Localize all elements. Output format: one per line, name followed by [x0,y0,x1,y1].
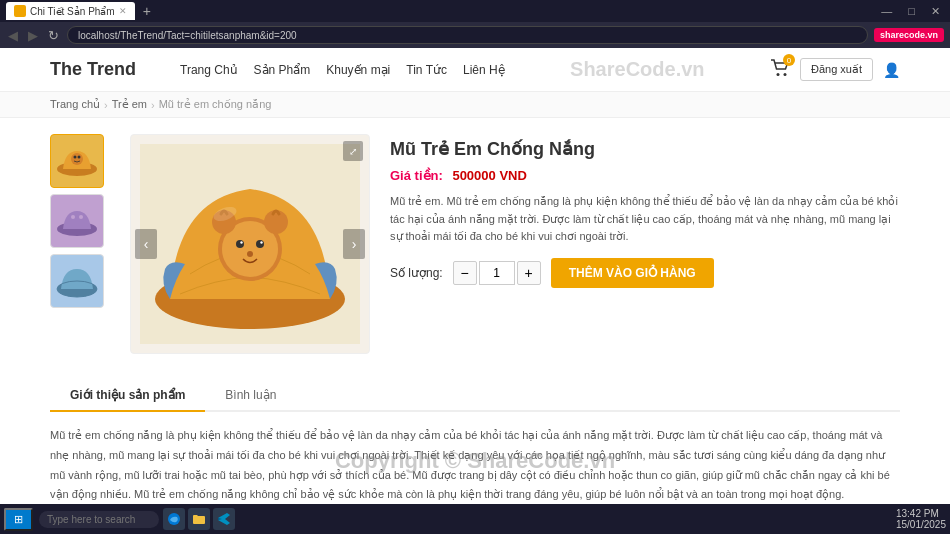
expand-image-button[interactable]: ⤢ [343,141,363,161]
product-section: ⤢ ‹ › Mũ Trẻ Em Chống Nắng Giá tiền: 500… [0,118,950,370]
nav-trang-chu[interactable]: Trang Chủ [180,63,238,77]
back-button[interactable]: ◀ [6,28,20,43]
svg-point-8 [79,215,83,219]
taskbar-time: 13:42 PM 15/01/2025 [896,508,946,530]
product-price: Giá tiền: 500000 VND [390,168,900,183]
thumbnail-list [50,134,110,354]
quantity-controls: − + [453,261,541,285]
svg-point-7 [71,215,75,219]
svg-point-5 [78,156,81,159]
nav-san-pham[interactable]: Sản Phẩm [254,63,311,77]
quantity-input[interactable] [479,261,515,285]
tab-favicon [14,5,26,17]
product-info: Mũ Trẻ Em Chống Nắng Giá tiền: 500000 VN… [390,134,900,354]
tabs-row: Giới thiệu sản phẩm Bình luận [50,380,900,412]
svg-point-3 [71,153,83,165]
taskbar-icons [163,508,235,530]
next-image-button[interactable]: › [343,229,365,259]
sharecode-badge: sharecode.vn [874,28,944,42]
tab-comments[interactable]: Bình luận [205,380,296,410]
product-description: Mũ trẻ em. Mũ trẻ em chống nắng là phụ k… [390,193,900,246]
svg-point-19 [240,241,242,243]
cart-button[interactable]: 0 [770,59,790,80]
refresh-button[interactable]: ↻ [46,28,61,43]
product-tabs-section: Giới thiệu sản phẩm Bình luận Mũ trẻ em … [0,370,950,519]
breadcrumb: Trang chủ › Trẻ em › Mũ trẻ em chống nắn… [0,92,950,118]
new-tab-button[interactable]: + [139,3,155,19]
nav-khuyen-mai[interactable]: Khuyến mại [326,63,390,77]
edge-icon [167,512,181,526]
forward-button[interactable]: ▶ [26,28,40,43]
svg-point-4 [74,156,77,159]
thumb-hat-2 [55,203,99,239]
address-bar: ◀ ▶ ↻ sharecode.vn [0,22,950,48]
active-tab[interactable]: Chi Tiết Sản Phẩm ✕ [6,2,135,20]
windows-taskbar: ⊞ 13:42 PM 15/01/2025 [0,504,950,534]
maximize-button[interactable]: □ [904,5,919,17]
product-title: Mũ Trẻ Em Chống Nắng [390,138,900,160]
tab-close-icon[interactable]: ✕ [119,6,127,16]
thumb-hat-1 [55,143,99,179]
svg-point-18 [256,240,264,248]
taskbar-right: 13:42 PM 15/01/2025 [896,508,946,530]
vscode-icon [217,512,231,526]
product-hat-svg [140,144,360,344]
thumbnail-2[interactable] [50,194,104,248]
quantity-row: Số lượng: − + THÊM VÀO GIỎ HÀNG [390,258,900,288]
svg-point-21 [247,251,253,257]
breadcrumb-category[interactable]: Trẻ em [112,98,147,111]
tab-intro[interactable]: Giới thiệu sản phẩm [50,380,205,412]
header-actions: 0 Đăng xuất 👤 [770,58,900,81]
nav-lien-he[interactable]: Liên Hệ [463,63,505,77]
quantity-label: Số lượng: [390,266,443,280]
url-input[interactable] [67,26,868,44]
taskbar-icon-vscode[interactable] [213,508,235,530]
add-to-cart-button[interactable]: THÊM VÀO GIỎ HÀNG [551,258,714,288]
page-content: The Trend Trang Chủ Sản Phẩm Khuyến mại … [0,48,950,519]
main-product-image: ⤢ ‹ › [130,134,370,354]
folder-icon [192,513,206,525]
windows-search-input[interactable] [39,511,159,528]
taskbar-icon-folder[interactable] [188,508,210,530]
price-label: Giá tiền: [390,168,443,183]
breadcrumb-home[interactable]: Trang chủ [50,98,100,111]
thumbnail-3[interactable] [50,254,104,308]
start-button[interactable]: ⊞ [4,508,33,531]
clock-time: 13:42 PM [896,508,946,519]
main-nav: Trang Chủ Sản Phẩm Khuyến mại Tin Tức Li… [180,63,505,77]
breadcrumb-sep-2: › [151,99,155,111]
svg-point-0 [776,73,779,76]
thumb-hat-3 [55,263,99,299]
site-header: The Trend Trang Chủ Sản Phẩm Khuyến mại … [0,48,950,92]
nav-tin-tuc[interactable]: Tin Tức [406,63,447,77]
header-watermark: ShareCode.vn [505,58,770,81]
clock-date: 15/01/2025 [896,519,946,530]
window-controls: — □ ✕ [877,5,944,18]
main-image-inner [131,135,369,353]
user-icon[interactable]: 👤 [883,62,900,78]
thumbnail-1[interactable] [50,134,104,188]
minimize-button[interactable]: — [877,5,896,17]
svg-point-16 [264,210,288,234]
quantity-minus-button[interactable]: − [453,261,477,285]
quantity-plus-button[interactable]: + [517,261,541,285]
svg-point-17 [236,240,244,248]
breadcrumb-current: Mũ trẻ em chống nắng [159,98,272,111]
tab-list: Chi Tiết Sản Phẩm ✕ + [6,2,155,20]
site-logo[interactable]: The Trend [50,59,150,80]
breadcrumb-sep-1: › [104,99,108,111]
close-button[interactable]: ✕ [927,5,944,18]
logout-button[interactable]: Đăng xuất [800,58,873,81]
browser-tab-bar: Chi Tiết Sản Phẩm ✕ + — □ ✕ [0,0,950,22]
price-value: 500000 VND [452,168,526,183]
tab-title: Chi Tiết Sản Phẩm [30,6,115,17]
svg-point-20 [260,241,262,243]
prev-image-button[interactable]: ‹ [135,229,157,259]
taskbar-icon-edge[interactable] [163,508,185,530]
svg-point-1 [783,73,786,76]
cart-badge: 0 [783,54,795,66]
